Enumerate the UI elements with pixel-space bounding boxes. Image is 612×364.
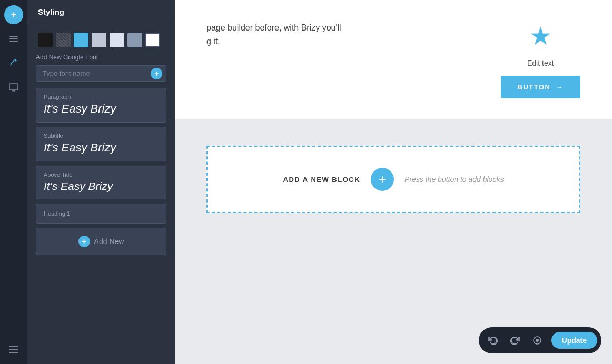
- swatch-black[interactable]: [38, 33, 53, 47]
- above-title-name: It's Easy Brizy: [44, 180, 159, 193]
- google-font-section: Add New Google Font +: [27, 54, 175, 88]
- font-input-wrap: +: [36, 65, 166, 82]
- button-arrow-icon: →: [556, 83, 564, 91]
- undo-button[interactable]: [483, 330, 503, 350]
- subtitle-name: It's Easy Brizy: [44, 141, 159, 155]
- panel-title: Styling: [27, 0, 175, 24]
- bottom-toolbar: Update: [479, 327, 601, 353]
- paragraph-label: Paragraph: [44, 94, 159, 100]
- sidebar-menu-btn[interactable]: [4, 340, 23, 359]
- sidebar-layers-btn[interactable]: [4, 29, 23, 48]
- svg-rect-1: [9, 38, 18, 39]
- heading-label: Heading 1: [44, 210, 159, 217]
- add-new-card[interactable]: + Add New: [36, 228, 166, 255]
- swatch-light1[interactable]: [92, 33, 106, 47]
- svg-rect-3: [9, 84, 18, 90]
- font-card-above-title[interactable]: Above Title It's Easy Brizy: [36, 166, 166, 199]
- font-card-subtitle[interactable]: Subtitle It's Easy Brizy: [36, 127, 166, 161]
- font-add-button[interactable]: +: [151, 68, 162, 79]
- content-right: ★ Edit text BUTTON →: [501, 21, 580, 98]
- subtitle-label: Subtitle: [44, 133, 159, 139]
- swatch-pattern[interactable]: [56, 33, 71, 47]
- svg-rect-0: [9, 36, 18, 37]
- swatch-light2[interactable]: [110, 33, 124, 47]
- sidebar-display-btn[interactable]: [4, 78, 23, 97]
- font-card-paragraph[interactable]: Paragraph It's Easy Brizy: [36, 88, 166, 123]
- button-label: BUTTON: [518, 83, 551, 91]
- svg-rect-7: [9, 352, 18, 353]
- update-button[interactable]: Update: [551, 332, 597, 349]
- add-block-label: ADD A NEW BLOCK: [283, 176, 360, 184]
- star-icon: ★: [529, 21, 552, 50]
- svg-rect-2: [9, 41, 18, 42]
- content-body-text[interactable]: page builder before, with Brizy you'llg …: [206, 21, 469, 48]
- above-title-label: Above Title: [44, 171, 159, 178]
- edit-text-label[interactable]: Edit text: [527, 59, 554, 67]
- swatch-cyan[interactable]: [74, 33, 88, 47]
- sidebar-add-btn[interactable]: +: [4, 5, 23, 24]
- add-new-label: Add New: [94, 237, 124, 246]
- svg-rect-6: [9, 349, 18, 350]
- sidebar-style-btn[interactable]: [4, 54, 23, 73]
- swatch-midgray[interactable]: [127, 33, 142, 47]
- add-block-hint: Press the button to add blocks: [404, 175, 504, 184]
- font-cards: Paragraph It's Easy Brizy Subtitle It's …: [27, 88, 175, 261]
- svg-point-9: [536, 339, 539, 342]
- redo-button[interactable]: [505, 330, 525, 350]
- svg-rect-4: [12, 90, 15, 92]
- icon-bar: +: [0, 0, 27, 364]
- preview-button[interactable]: [527, 330, 547, 350]
- font-card-heading[interactable]: Heading 1: [36, 204, 166, 224]
- button-blue[interactable]: BUTTON →: [501, 76, 580, 98]
- google-font-label: Add New Google Font: [36, 54, 166, 61]
- add-new-circle: +: [78, 236, 90, 247]
- swatch-white[interactable]: [145, 33, 160, 47]
- color-swatches: [27, 24, 175, 54]
- content-section: page builder before, with Brizy you'llg …: [175, 0, 612, 119]
- svg-rect-5: [9, 346, 18, 347]
- add-block-button[interactable]: +: [371, 168, 394, 191]
- paragraph-name: It's Easy Brizy: [44, 102, 159, 116]
- add-block-section: ADD A NEW BLOCK + Press the button to ad…: [206, 146, 580, 213]
- main-area: page builder before, with Brizy you'llg …: [175, 0, 612, 364]
- font-search-input[interactable]: [36, 65, 166, 82]
- styling-panel: Styling Add New Google Font + Paragraph …: [27, 0, 175, 364]
